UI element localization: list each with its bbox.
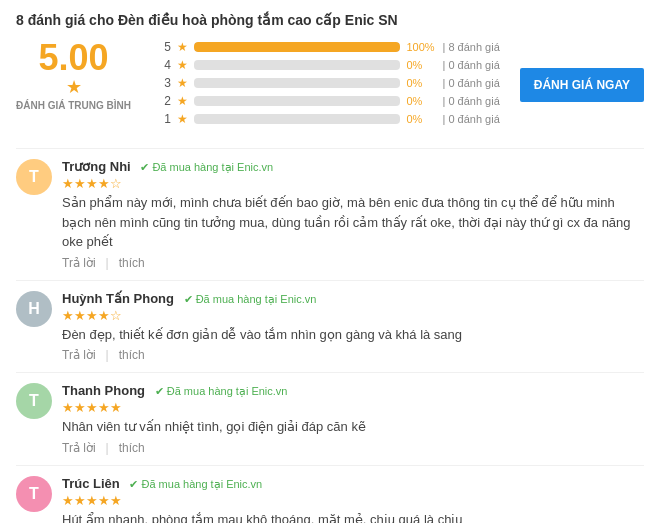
review-actions: Trả lời | thích (62, 348, 644, 362)
bar-track-2 (194, 96, 400, 106)
avatar-letter: H (28, 300, 40, 318)
separator: | (106, 256, 109, 270)
avatar-letter: T (29, 485, 39, 503)
reviewer-name: Trúc Liên (62, 476, 120, 491)
bar-pct-2: 0% (406, 95, 436, 107)
bar-star-2: ★ (177, 94, 188, 108)
reply-link[interactable]: Trả lời (62, 256, 96, 270)
reply-link[interactable]: Trả lời (62, 348, 96, 362)
bar-pct-1: 0% (406, 113, 436, 125)
bar-row-2: 2 ★ 0% | 0 đánh giá (151, 94, 500, 108)
review-text: Nhân viên tư vấn nhiệt tình, gọi điện gi… (62, 417, 644, 437)
bar-label-5: 5 (151, 40, 171, 54)
review-content: Trúc Liên ✔ Đã mua hàng tại Enic.vn ★★★★… (62, 476, 644, 524)
review-actions: Trả lời | thích (62, 441, 644, 455)
bar-row-4: 4 ★ 0% | 0 đánh giá (151, 58, 500, 72)
review-item: T Trúc Liên ✔ Đã mua hàng tại Enic.vn ★★… (16, 465, 644, 524)
bar-track-1 (194, 114, 400, 124)
bar-label-3: 3 (151, 76, 171, 90)
reply-link[interactable]: Trả lời (62, 441, 96, 455)
reviewer-name: Huỳnh Tấn Phong (62, 291, 174, 306)
avatar: T (16, 383, 52, 419)
bar-label-2: 2 (151, 94, 171, 108)
rating-label: ĐÁNH GIÁ TRUNG BÌNH (16, 100, 131, 111)
reviewer-name: Trương Nhi (62, 159, 131, 174)
review-stars: ★★★★★ (62, 400, 644, 415)
bar-label-4: 4 (151, 58, 171, 72)
bar-star-1: ★ (177, 112, 188, 126)
bar-star-4: ★ (177, 58, 188, 72)
rating-bars: 5 ★ 100% | 8 đánh giá 4 ★ 0% | 0 đánh gi… (151, 40, 500, 130)
review-content: Trương Nhi ✔ Đã mua hàng tại Enic.vn ★★★… (62, 159, 644, 270)
verified-badge: ✔ Đã mua hàng tại Enic.vn (140, 161, 273, 173)
like-link[interactable]: thích (119, 441, 145, 455)
verified-badge: ✔ Đã mua hàng tại Enic.vn (129, 478, 262, 490)
page-title: 8 đánh giá cho Đèn điều hoà phòng tắm ca… (16, 12, 644, 28)
review-text: Đèn đẹp, thiết kế đơn giản dễ vào tắm nh… (62, 325, 644, 345)
bar-row-1: 1 ★ 0% | 0 đánh giá (151, 112, 500, 126)
review-content: Huỳnh Tấn Phong ✔ Đã mua hàng tại Enic.v… (62, 291, 644, 363)
rating-stars-display: ★ (16, 76, 131, 98)
avatar: T (16, 476, 52, 512)
avatar-letter: T (29, 168, 39, 186)
separator: | (106, 348, 109, 362)
avatar-letter: T (29, 392, 39, 410)
review-item: H Huỳnh Tấn Phong ✔ Đã mua hàng tại Enic… (16, 280, 644, 373)
verified-badge: ✔ Đã mua hàng tại Enic.vn (155, 385, 288, 397)
bar-star-3: ★ (177, 76, 188, 90)
review-stars: ★★★★☆ (62, 176, 644, 191)
bar-count-3: | 0 đánh giá (442, 77, 499, 89)
overall-rating: 5.00 ★ ĐÁNH GIÁ TRUNG BÌNH (16, 40, 131, 111)
bar-pct-4: 0% (406, 59, 436, 71)
bar-track-3 (194, 78, 400, 88)
bar-pct-5: 100% (406, 41, 436, 53)
bar-row-5: 5 ★ 100% | 8 đánh giá (151, 40, 500, 54)
rating-score: 5.00 (16, 40, 131, 76)
bar-count-5: | 8 đánh giá (442, 41, 499, 53)
review-item: T Thanh Phong ✔ Đã mua hàng tại Enic.vn … (16, 372, 644, 465)
avatar: T (16, 159, 52, 195)
bar-row-3: 3 ★ 0% | 0 đánh giá (151, 76, 500, 90)
like-link[interactable]: thích (119, 256, 145, 270)
bar-pct-3: 0% (406, 77, 436, 89)
bar-track-5 (194, 42, 400, 52)
rating-summary: 5.00 ★ ĐÁNH GIÁ TRUNG BÌNH 5 ★ 100% | 8 … (16, 40, 644, 130)
bar-label-1: 1 (151, 112, 171, 126)
bar-count-4: | 0 đánh giá (442, 59, 499, 71)
review-stars: ★★★★★ (62, 493, 644, 508)
rate-now-button[interactable]: ĐÁNH GIÁ NGAY (520, 68, 644, 102)
review-text: Hút ẩm nhanh, phòng tắm mau khô thoáng, … (62, 510, 644, 524)
bar-count-2: | 0 đánh giá (442, 95, 499, 107)
bar-star-5: ★ (177, 40, 188, 54)
bar-track-4 (194, 60, 400, 70)
bar-fill-5 (194, 42, 400, 52)
bar-count-1: | 0 đánh giá (442, 113, 499, 125)
separator: | (106, 441, 109, 455)
like-link[interactable]: thích (119, 348, 145, 362)
verified-badge: ✔ Đã mua hàng tại Enic.vn (184, 293, 317, 305)
review-actions: Trả lời | thích (62, 256, 644, 270)
reviewer-name: Thanh Phong (62, 383, 145, 398)
review-stars: ★★★★☆ (62, 308, 644, 323)
page-container: 8 đánh giá cho Đèn điều hoà phòng tắm ca… (0, 0, 660, 523)
review-item: T Trương Nhi ✔ Đã mua hàng tại Enic.vn ★… (16, 148, 644, 280)
review-text: Sản phẩm này mới, mình chưa biết đến bao… (62, 193, 644, 252)
avatar: H (16, 291, 52, 327)
review-content: Thanh Phong ✔ Đã mua hàng tại Enic.vn ★★… (62, 383, 644, 455)
reviews-list: T Trương Nhi ✔ Đã mua hàng tại Enic.vn ★… (16, 148, 644, 523)
